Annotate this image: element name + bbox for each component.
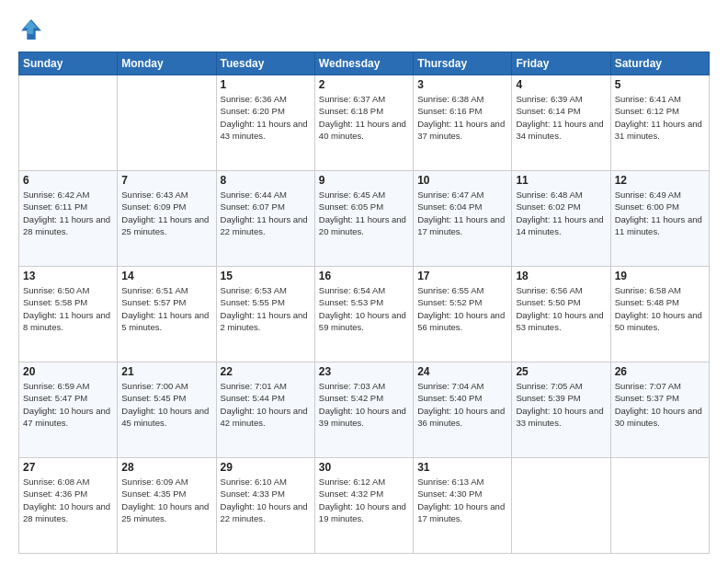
day-cell: 30Sunrise: 6:12 AM Sunset: 4:32 PM Dayli… [314,458,413,554]
day-cell [512,458,610,554]
day-number: 13 [23,270,113,282]
day-cell: 28Sunrise: 6:09 AM Sunset: 4:35 PM Dayli… [118,458,216,554]
day-info: Sunrise: 6:59 AM Sunset: 5:47 PM Dayligh… [23,380,113,429]
day-number: 6 [23,174,113,187]
weekday-header-wednesday: Wednesday [314,52,413,75]
day-info: Sunrise: 6:42 AM Sunset: 6:11 PM Dayligh… [23,189,113,237]
day-cell: 19Sunrise: 6:58 AM Sunset: 5:48 PM Dayli… [610,267,709,362]
day-number: 23 [319,365,409,378]
day-number: 7 [121,174,211,187]
day-cell: 17Sunrise: 6:55 AM Sunset: 5:52 PM Dayli… [414,267,512,362]
day-info: Sunrise: 6:43 AM Sunset: 6:09 PM Dayligh… [121,189,211,237]
calendar: SundayMondayTuesdayWednesdayThursdayFrid… [18,52,710,554]
day-number: 12 [615,174,705,187]
day-info: Sunrise: 6:55 AM Sunset: 5:52 PM Dayligh… [417,284,507,333]
weekday-header-sunday: Sunday [19,52,118,75]
day-cell: 14Sunrise: 6:51 AM Sunset: 5:57 PM Dayli… [118,267,216,362]
weekday-header-thursday: Thursday [414,52,512,75]
day-cell: 29Sunrise: 6:10 AM Sunset: 4:33 PM Dayli… [216,458,314,554]
day-info: Sunrise: 7:07 AM Sunset: 5:37 PM Dayligh… [615,380,705,429]
day-cell: 11Sunrise: 6:48 AM Sunset: 6:02 PM Dayli… [512,171,610,267]
day-cell: 9Sunrise: 6:45 AM Sunset: 6:05 PM Daylig… [314,171,413,267]
day-cell [118,75,216,171]
day-cell: 20Sunrise: 6:59 AM Sunset: 5:47 PM Dayli… [19,362,118,458]
day-number: 20 [23,365,113,378]
day-info: Sunrise: 6:41 AM Sunset: 6:12 PM Dayligh… [615,93,705,142]
week-row-1: 6Sunrise: 6:42 AM Sunset: 6:11 PM Daylig… [19,171,710,267]
day-cell: 26Sunrise: 7:07 AM Sunset: 5:37 PM Dayli… [610,362,709,458]
day-info: Sunrise: 6:56 AM Sunset: 5:50 PM Dayligh… [516,284,606,333]
day-cell: 22Sunrise: 7:01 AM Sunset: 5:44 PM Dayli… [216,362,314,458]
day-info: Sunrise: 7:04 AM Sunset: 5:40 PM Dayligh… [417,380,507,429]
page: SundayMondayTuesdayWednesdayThursdayFrid… [0,0,728,563]
day-cell: 13Sunrise: 6:50 AM Sunset: 5:58 PM Dayli… [19,267,118,362]
day-info: Sunrise: 6:09 AM Sunset: 4:35 PM Dayligh… [121,476,211,524]
day-cell: 21Sunrise: 7:00 AM Sunset: 5:45 PM Dayli… [118,362,216,458]
day-info: Sunrise: 6:48 AM Sunset: 6:02 PM Dayligh… [516,189,606,237]
day-info: Sunrise: 6:51 AM Sunset: 5:57 PM Dayligh… [121,284,211,333]
day-cell: 18Sunrise: 6:56 AM Sunset: 5:50 PM Dayli… [512,267,610,362]
day-cell: 8Sunrise: 6:44 AM Sunset: 6:07 PM Daylig… [216,171,314,267]
day-cell: 27Sunrise: 6:08 AM Sunset: 4:36 PM Dayli… [19,458,118,554]
day-cell: 31Sunrise: 6:13 AM Sunset: 4:30 PM Dayli… [414,458,512,554]
day-cell: 5Sunrise: 6:41 AM Sunset: 6:12 PM Daylig… [610,75,709,171]
header [18,17,710,42]
day-cell: 15Sunrise: 6:53 AM Sunset: 5:55 PM Dayli… [216,267,314,362]
weekday-header-friday: Friday [512,52,610,75]
day-number: 15 [221,270,311,282]
week-row-2: 13Sunrise: 6:50 AM Sunset: 5:58 PM Dayli… [19,267,710,362]
day-cell: 3Sunrise: 6:38 AM Sunset: 6:16 PM Daylig… [414,75,512,171]
day-number: 3 [417,78,507,91]
day-number: 21 [121,365,211,378]
day-info: Sunrise: 6:58 AM Sunset: 5:48 PM Dayligh… [615,284,705,333]
weekday-header-monday: Monday [118,52,216,75]
day-number: 31 [417,461,507,474]
day-number: 2 [319,78,409,91]
week-row-4: 27Sunrise: 6:08 AM Sunset: 4:36 PM Dayli… [19,458,710,554]
weekday-header-saturday: Saturday [610,52,709,75]
day-number: 16 [319,270,409,282]
day-number: 10 [417,174,507,187]
day-info: Sunrise: 6:53 AM Sunset: 5:55 PM Dayligh… [221,284,311,333]
day-number: 29 [221,461,311,474]
day-cell: 10Sunrise: 6:47 AM Sunset: 6:04 PM Dayli… [414,171,512,267]
weekday-header-tuesday: Tuesday [216,52,314,75]
day-number: 26 [615,365,705,378]
day-number: 22 [221,365,311,378]
day-info: Sunrise: 7:03 AM Sunset: 5:42 PM Dayligh… [319,380,409,429]
day-number: 30 [319,461,409,474]
day-info: Sunrise: 7:01 AM Sunset: 5:44 PM Dayligh… [221,380,311,429]
day-cell: 23Sunrise: 7:03 AM Sunset: 5:42 PM Dayli… [314,362,413,458]
day-number: 27 [23,461,113,474]
logo [18,17,50,42]
day-info: Sunrise: 6:38 AM Sunset: 6:16 PM Dayligh… [417,93,507,142]
day-info: Sunrise: 6:50 AM Sunset: 5:58 PM Dayligh… [23,284,113,333]
week-row-0: 1Sunrise: 6:36 AM Sunset: 6:20 PM Daylig… [19,75,710,171]
day-number: 1 [221,78,311,91]
week-row-3: 20Sunrise: 6:59 AM Sunset: 5:47 PM Dayli… [19,362,710,458]
day-info: Sunrise: 6:39 AM Sunset: 6:14 PM Dayligh… [516,93,606,142]
day-info: Sunrise: 6:54 AM Sunset: 5:53 PM Dayligh… [319,284,409,333]
day-cell: 24Sunrise: 7:04 AM Sunset: 5:40 PM Dayli… [414,362,512,458]
day-number: 24 [417,365,507,378]
day-number: 5 [615,78,705,91]
day-cell: 16Sunrise: 6:54 AM Sunset: 5:53 PM Dayli… [314,267,413,362]
logo-icon [18,17,44,42]
day-number: 19 [615,270,705,282]
day-cell: 2Sunrise: 6:37 AM Sunset: 6:18 PM Daylig… [314,75,413,171]
day-info: Sunrise: 6:12 AM Sunset: 4:32 PM Dayligh… [319,476,409,524]
day-number: 4 [516,78,606,91]
day-number: 11 [516,174,606,187]
weekday-header-row: SundayMondayTuesdayWednesdayThursdayFrid… [19,52,710,75]
day-number: 9 [319,174,409,187]
day-info: Sunrise: 6:36 AM Sunset: 6:20 PM Dayligh… [221,93,311,142]
day-info: Sunrise: 6:45 AM Sunset: 6:05 PM Dayligh… [319,189,409,237]
day-cell: 25Sunrise: 7:05 AM Sunset: 5:39 PM Dayli… [512,362,610,458]
day-cell: 7Sunrise: 6:43 AM Sunset: 6:09 PM Daylig… [118,171,216,267]
day-info: Sunrise: 6:47 AM Sunset: 6:04 PM Dayligh… [417,189,507,237]
day-info: Sunrise: 6:49 AM Sunset: 6:00 PM Dayligh… [615,189,705,237]
day-info: Sunrise: 6:10 AM Sunset: 4:33 PM Dayligh… [221,476,311,524]
day-cell: 12Sunrise: 6:49 AM Sunset: 6:00 PM Dayli… [610,171,709,267]
day-number: 18 [516,270,606,282]
day-number: 8 [221,174,311,187]
